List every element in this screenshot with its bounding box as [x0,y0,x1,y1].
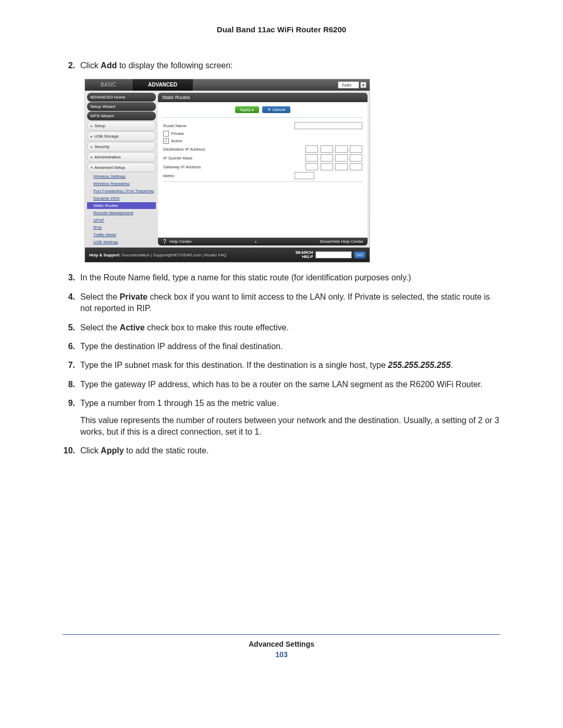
help-support-label: Help & Support [89,253,119,257]
chevron-down-icon[interactable]: ▼ [360,82,366,88]
step-number: 4. [63,291,80,315]
help-support-links[interactable]: Documentation | Support@NETGEAR.com | Ro… [121,253,226,257]
page-rule [63,634,500,635]
search-help-input[interactable] [315,251,352,258]
sidebar-item-setup-wizard[interactable]: Setup Wizard [87,102,156,111]
sidebar-subitem-upnp[interactable]: UPnP [87,217,156,224]
router-footer: Help & Support Documentation | Support@N… [85,248,370,262]
search-label-b: HELP [296,255,313,259]
subnet-mask-input[interactable]: ... [305,154,362,162]
help-center-label[interactable]: Help Center [169,239,192,244]
cancel-button[interactable]: ✕ Cancel [262,106,290,113]
step-body: Select the Active check box to make this… [80,322,500,334]
help-center-bar: ❔Help Center ▲ Show/Hide Help Center [158,238,368,245]
footer-section: Advanced Settings [63,640,500,648]
sidebar-group-usb-storage[interactable]: USB Storage [87,131,156,141]
step-body: Type the IP subnet mask for this destina… [80,360,500,371]
sidebar-group-advanced-setup[interactable]: Advanced Setup [87,163,156,172]
step-number: 8. [63,379,80,390]
panel-title: Static Routes [158,93,368,102]
step-8: 8. Type the gateway IP address, which ha… [63,379,500,390]
active-checkbox[interactable]: ✓ [163,138,169,144]
sidebar-subitem-port-forwarding[interactable]: Port Forwarding / Port Triggering [87,188,156,194]
sidebar-group-security[interactable]: Security [87,142,156,152]
step-2: 2. Click Add to display the following sc… [63,60,500,71]
sidebar-subitem-static-routes[interactable]: Static Routes [87,202,156,209]
step-number: 5. [63,322,80,334]
show-hide-help-link[interactable]: Show/Hide Help Center [320,239,363,244]
step-9-extra: This value represents the number of rout… [80,415,500,438]
private-checkbox[interactable] [163,131,169,137]
auto-dropdown[interactable]: Auto ▼ [338,81,366,89]
apply-button[interactable]: Apply ▸ [235,106,259,113]
footer-page-number: 103 [63,650,500,659]
sidebar: ADVANCED Home Setup Wizard WPS Wizard Se… [87,93,156,245]
step-body: In the Route Name field, type a name for… [80,272,500,283]
private-label: Private [171,131,184,136]
dest-ip-input[interactable]: ... [305,145,362,153]
step-10: 10. Click Apply to add the static route. [63,445,500,456]
sidebar-subitem-wireless-repeating[interactable]: Wireless Repeating [87,180,156,187]
step-9: 9. Type a number from 1 through 15 as th… [63,398,500,438]
go-button[interactable]: GO [354,252,365,258]
step-number: 3. [63,272,80,283]
step-body: Type a number from 1 through 15 as the m… [80,398,500,438]
dest-ip-label: Destination IP Address [163,147,226,152]
tab-basic[interactable]: BASIC [85,79,132,91]
gateway-ip-label: Gateway IP Address [163,165,226,169]
tab-advanced[interactable]: ADVANCED [132,79,193,91]
metric-label: Metric [163,174,226,178]
step-5: 5. Select the Active check box to make t… [63,322,500,334]
step-body: Click Add to display the following scree… [80,60,500,71]
subnet-mask-label: IP Subnet Mask [163,156,226,161]
step-number: 6. [63,341,80,352]
step-number: 2. [63,60,80,71]
router-screenshot: BASIC ADVANCED Auto ▼ ADVANCED Home Setu… [84,79,370,263]
step-body: Click Apply to add the static route. [80,445,500,456]
document-header: Dual Band 11ac WiFi Router R6200 [63,25,500,34]
sidebar-group-administration[interactable]: Administration [87,152,156,162]
gateway-ip-input[interactable]: ... [305,163,362,170]
collapse-arrow-icon[interactable]: ▲ [254,239,258,244]
sidebar-subitem-ipv6[interactable]: IPv6 [87,224,156,231]
sidebar-subitem-traffic-meter[interactable]: Traffic Meter [87,231,156,238]
auto-dropdown-value: Auto [338,81,359,89]
step-number: 9. [63,398,80,438]
help-icon: ❔ [162,239,167,244]
sidebar-subitem-usb-settings[interactable]: USB Settings [87,239,156,245]
step-7: 7. Type the IP subnet mask for this dest… [63,360,500,371]
step-4: 4. Select the Private check box if you w… [63,291,500,315]
sidebar-item-advanced-home[interactable]: ADVANCED Home [87,93,156,102]
step-number: 7. [63,360,80,371]
step-body: Select the Private check box if you want… [80,291,500,315]
step-3: 3. In the Route Name field, type a name … [63,272,500,283]
route-name-label: Route Name [163,124,226,128]
sidebar-group-setup[interactable]: Setup [87,121,156,131]
metric-input[interactable] [295,172,314,179]
step-number: 10. [63,445,80,456]
step-body: Type the destination IP address of the f… [80,341,500,352]
sidebar-subitem-remote-management[interactable]: Remote Management [87,209,156,216]
step-body: Type the gateway IP address, which has t… [80,379,500,390]
step-6: 6. Type the destination IP address of th… [63,341,500,352]
panel-content: Apply ▸ ✕ Cancel Route Name P [158,102,368,238]
sidebar-item-wps-wizard[interactable]: WPS Wizard [87,112,156,120]
active-label: Active [171,139,182,143]
sidebar-subitem-wireless-settings[interactable]: Wireless Settings [87,173,156,180]
tab-bar: BASIC ADVANCED Auto ▼ [85,79,370,91]
sidebar-subitem-dynamic-dns[interactable]: Dynamic DNS [87,195,156,202]
route-name-input[interactable] [295,122,362,129]
